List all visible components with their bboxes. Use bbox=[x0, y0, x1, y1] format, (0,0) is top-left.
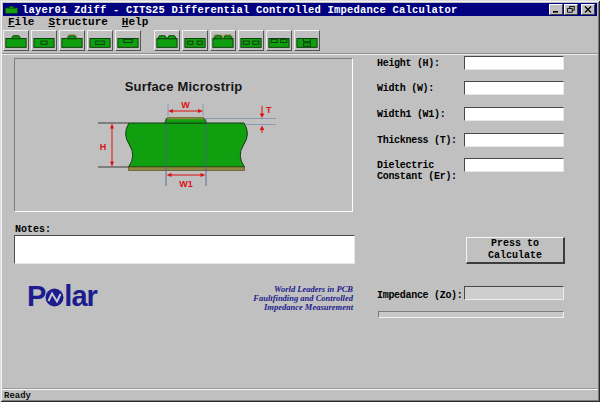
dim-label-w: W bbox=[181, 100, 190, 110]
dim-label-w1: W1 bbox=[179, 179, 193, 189]
toolbar-divider-highlight bbox=[2, 54, 598, 55]
polar-logo-text-end: lar bbox=[64, 282, 96, 311]
toolbar-button-diff-offset-stripline[interactable] bbox=[266, 30, 292, 51]
toolbar-button-diff-coated-microstrip[interactable] bbox=[210, 30, 236, 51]
menubar: FileStructureHelp bbox=[3, 16, 148, 29]
toolbar-separator bbox=[143, 30, 152, 51]
diff-offset-stripline-icon bbox=[268, 34, 290, 48]
offset-stripline-icon bbox=[117, 34, 139, 48]
window-controls bbox=[549, 4, 595, 15]
height-label: Height (H): bbox=[377, 58, 465, 69]
stripline-icon bbox=[89, 34, 111, 48]
toolbar-button-diff-surface-microstrip[interactable] bbox=[154, 30, 180, 51]
close-button[interactable] bbox=[581, 4, 595, 15]
toolbar-button-broadside-coupled-stripline[interactable] bbox=[294, 30, 320, 51]
toolbar bbox=[3, 30, 320, 51]
minimize-icon bbox=[552, 6, 560, 13]
diagram-panel: W H T W1 Surface Microstrip bbox=[14, 58, 353, 212]
menu-item-file[interactable]: File bbox=[8, 16, 34, 29]
app-icon-glyph bbox=[5, 5, 18, 14]
toolbar-button-diff-embedded-microstrip[interactable] bbox=[182, 30, 208, 51]
diagram-title: Surface Microstrip bbox=[15, 79, 352, 94]
height-input[interactable] bbox=[464, 56, 564, 70]
dim-label-h: H bbox=[100, 142, 107, 152]
polar-oscilloscope-o-icon bbox=[45, 288, 64, 307]
embedded-microstrip-icon bbox=[33, 34, 55, 48]
notes-input[interactable] bbox=[14, 235, 355, 264]
diff-stripline-icon bbox=[240, 34, 262, 48]
calculate-button[interactable]: Press to Calculate bbox=[466, 237, 565, 264]
impedance-label: Impedance (Zo): bbox=[377, 290, 463, 301]
restore-button[interactable] bbox=[564, 4, 578, 15]
notes-label: Notes: bbox=[15, 224, 51, 235]
width1-label: Width1 (W1): bbox=[377, 109, 465, 120]
width-input[interactable] bbox=[464, 81, 564, 95]
progress-bar bbox=[378, 311, 564, 318]
calculate-button-line1: Press to bbox=[491, 238, 539, 249]
brand-tagline: World Leaders in PCB Faultfinding and Co… bbox=[233, 285, 353, 312]
toolbar-button-embedded-microstrip[interactable] bbox=[31, 30, 57, 51]
surface-microstrip-icon bbox=[5, 34, 27, 48]
diff-embedded-microstrip-icon bbox=[184, 34, 206, 48]
close-icon bbox=[584, 6, 592, 13]
impedance-result-field bbox=[464, 286, 564, 300]
toolbar-button-stripline[interactable] bbox=[87, 30, 113, 51]
width1-input[interactable] bbox=[464, 107, 564, 121]
toolbar-button-diff-stripline[interactable] bbox=[238, 30, 264, 51]
statusbar-text: Ready bbox=[4, 391, 31, 401]
titlebar: layer01 Zdiff - CITS25 Differential Cont… bbox=[3, 3, 597, 16]
statusbar-divider-highlight bbox=[2, 389, 598, 390]
diff-coated-microstrip-icon bbox=[212, 34, 234, 48]
er-label: Dielectric Constant (Er): bbox=[377, 160, 465, 182]
thickness-input[interactable] bbox=[464, 133, 564, 147]
toolbar-button-surface-microstrip[interactable] bbox=[3, 30, 29, 51]
polar-logo-text-start: P bbox=[27, 282, 45, 311]
coated-microstrip-icon bbox=[61, 34, 83, 48]
toolbar-button-offset-stripline[interactable] bbox=[115, 30, 141, 51]
tagline-line3: Impedance Measurement bbox=[233, 303, 353, 312]
app-window: layer01 Zdiff - CITS25 Differential Cont… bbox=[0, 0, 600, 402]
diff-surface-microstrip-icon bbox=[156, 34, 178, 48]
thickness-label: Thickness (T): bbox=[377, 135, 465, 146]
window-title: layer01 Zdiff - CITS25 Differential Cont… bbox=[22, 4, 458, 16]
width-label: Width (W): bbox=[377, 83, 465, 94]
calculate-button-line2: Calculate bbox=[488, 250, 542, 261]
menu-item-structure[interactable]: Structure bbox=[48, 16, 107, 29]
broadside-coupled-stripline-icon bbox=[296, 34, 318, 48]
toolbar-button-coated-microstrip[interactable] bbox=[59, 30, 85, 51]
polar-logo: P lar bbox=[27, 282, 97, 311]
minimize-button[interactable] bbox=[549, 4, 563, 15]
menu-item-help[interactable]: Help bbox=[122, 16, 148, 29]
restore-icon bbox=[567, 6, 575, 13]
er-input[interactable] bbox=[464, 158, 564, 172]
dim-label-t: T bbox=[266, 105, 272, 115]
